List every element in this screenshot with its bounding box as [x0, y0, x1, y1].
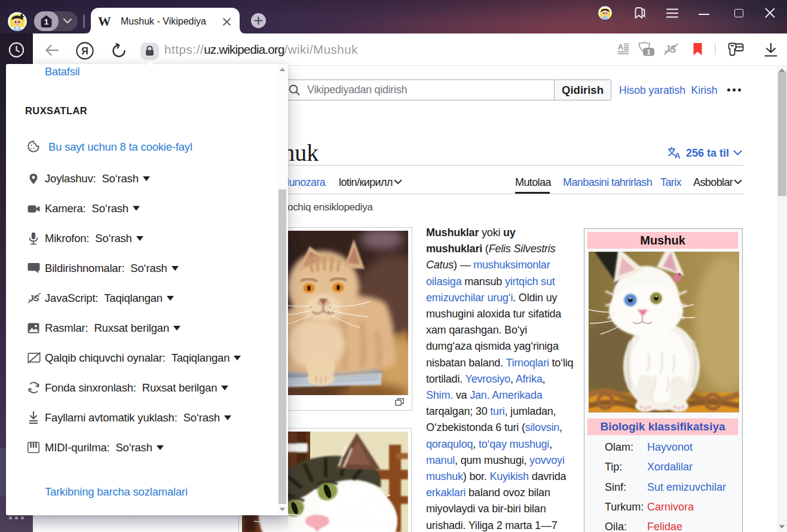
- svg-text:A: A: [618, 43, 624, 51]
- svg-text:Я: Я: [81, 46, 88, 56]
- svg-text:A: A: [675, 151, 681, 159]
- svg-text:1: 1: [44, 17, 48, 26]
- svg-text:1: 1: [647, 48, 650, 56]
